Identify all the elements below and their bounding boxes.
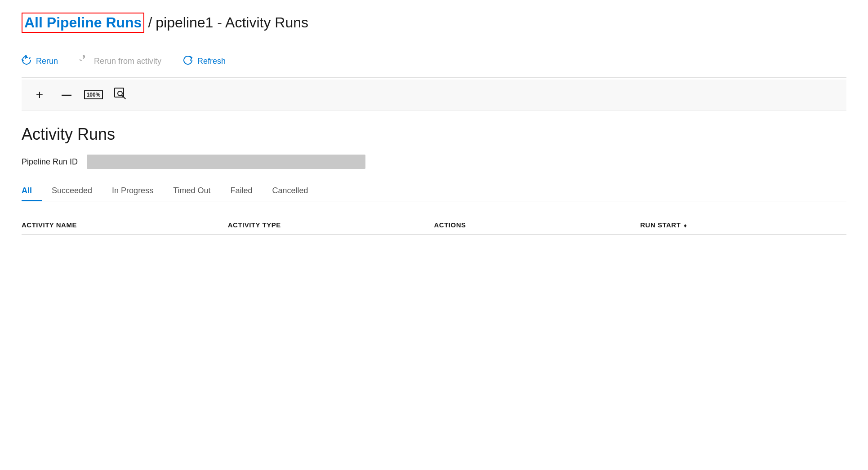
- col-header-actions: ACTIONS: [434, 221, 641, 229]
- breadcrumb: All Pipeline Runs / pipeline1 - Activity…: [22, 13, 846, 33]
- zoom-in-icon: +: [36, 89, 43, 101]
- pipeline-run-id-label: Pipeline Run ID: [22, 157, 78, 167]
- rerun-icon: [22, 55, 31, 67]
- zoom-in-button[interactable]: +: [32, 88, 47, 102]
- all-pipeline-runs-link[interactable]: All Pipeline Runs: [22, 13, 144, 33]
- tab-failed[interactable]: Failed: [221, 182, 263, 201]
- section-title: Activity Runs: [22, 125, 846, 144]
- zoom-search-button[interactable]: [113, 88, 128, 102]
- breadcrumb-current: pipeline1 - Activity Runs: [156, 14, 308, 31]
- pipeline-run-id-row: Pipeline Run ID: [22, 155, 846, 169]
- refresh-button[interactable]: Refresh: [172, 52, 236, 71]
- content-area: Activity Runs Pipeline Run ID All Succee…: [22, 111, 846, 235]
- col-header-activity-type: ACTIVITY TYPE: [228, 221, 434, 229]
- tab-in-progress[interactable]: In Progress: [102, 182, 163, 201]
- zoom-100-icon: 100%: [84, 90, 103, 99]
- svg-marker-1: [29, 58, 31, 59]
- page-container: All Pipeline Runs / pipeline1 - Activity…: [0, 0, 868, 247]
- col-header-activity-name: ACTIVITY NAME: [22, 221, 228, 229]
- tab-timed-out[interactable]: Timed Out: [163, 182, 220, 201]
- tab-cancelled[interactable]: Cancelled: [263, 182, 318, 201]
- rerun-from-activity-icon: [80, 55, 89, 67]
- rerun-label: Rerun: [36, 57, 58, 66]
- filter-tabs: All Succeeded In Progress Timed Out Fail…: [22, 182, 846, 201]
- table-header: ACTIVITY NAME ACTIVITY TYPE ACTIONS RUN …: [22, 212, 846, 235]
- refresh-icon: [183, 55, 193, 67]
- zoom-out-button[interactable]: —: [59, 88, 74, 102]
- col-header-run-start[interactable]: RUN START ⬧: [640, 221, 846, 229]
- tab-all[interactable]: All: [22, 182, 42, 201]
- zoom-out-icon: —: [62, 90, 71, 100]
- refresh-label: Refresh: [197, 57, 226, 66]
- rerun-from-activity-label: Rerun from activity: [94, 57, 161, 66]
- zoom-toolbar: + — 100%: [22, 80, 846, 111]
- run-start-label: RUN START: [640, 221, 681, 229]
- zoom-search-icon: [114, 87, 127, 103]
- pipeline-run-id-value: [87, 155, 365, 169]
- breadcrumb-separator: /: [148, 14, 152, 31]
- sort-icon: ⬧: [683, 222, 687, 229]
- rerun-from-activity-button[interactable]: Rerun from activity: [69, 52, 172, 71]
- rerun-button[interactable]: Rerun: [22, 52, 69, 71]
- tab-succeeded[interactable]: Succeeded: [42, 182, 102, 201]
- toolbar: Rerun Rerun from activity Refresh: [22, 45, 846, 78]
- zoom-100-button[interactable]: 100%: [86, 88, 101, 102]
